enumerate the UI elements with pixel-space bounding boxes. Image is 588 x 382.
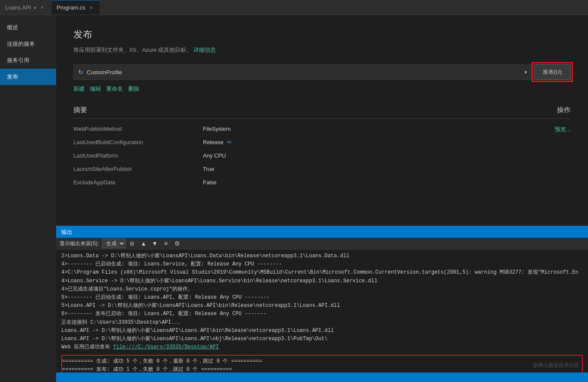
publish-button[interactable]: 发布(U) [534,64,571,80]
detail-link[interactable]: 详细信息 [193,47,216,53]
output-source-select[interactable]: 生成 [102,239,126,248]
prop-key: LaunchSiteAfterPublish [73,162,203,176]
output-line: 2>Loans.Data -> D:\帮别人做的\小紫\LoansAPI\Loa… [61,252,583,260]
prop-key: LastUsedBuildConfiguration [73,136,203,149]
action-delete[interactable]: 删除 [128,85,139,93]
output-file-link[interactable]: file:///C:/Users/33935/Desktop/API [113,344,219,350]
prop-value: True [203,162,546,176]
sidebar-item-overview[interactable]: 概述 [0,19,56,36]
prop-value: Any CPU [203,149,546,162]
tab-loans-api[interactable]: Loans.API ● × [0,0,51,15]
content-area: 发布 将应用部署到文件夹、IIS、Azure 或其他目标。 详细信息 ↻ Cus… [56,15,588,382]
main-layout: 概述 连接的服务 服务引用 发布 发布 将应用部署到文件夹、IIS、Azure … [0,15,588,382]
output-btn-4[interactable]: ≡ [161,239,171,248]
profile-bar: ↻ CustomProfile ▾ 发布(U) [73,64,571,80]
prop-key: LastUsedPlatform [73,149,203,162]
prop-key: WebPublishMethod [73,122,203,136]
properties-table: WebPublishMethodFileSystemLastUsedBuildC… [73,122,546,189]
summary-title: 摘要 [73,106,87,115]
output-btn-3[interactable]: ▼ [150,239,159,248]
output-source-label: 显示输出来源(S): [60,240,99,247]
output-btn-2[interactable]: ▲ [139,239,148,248]
prop-value: Release✏ [203,136,546,149]
prop-value: False [203,176,546,189]
action-new[interactable]: 新建 [73,85,85,93]
output-line: 正在连接到 C:\Users\33935\Desktop\API... [61,319,583,327]
properties-section: WebPublishMethodFileSystemLastUsedBuildC… [73,122,571,189]
top-panel: 发布 将应用部署到文件夹、IIS、Azure 或其他目标。 详细信息 ↻ Cus… [56,15,588,226]
summary-header: 摘要 操作 [73,106,571,119]
output-btn-1[interactable]: ⊘ [127,239,137,248]
action-edit[interactable]: 编辑 [90,85,101,93]
output-content: 2>Loans.Data -> D:\帮别人做的\小紫\LoansAPI\Loa… [56,249,588,373]
dropdown-arrow-icon: ▾ [525,69,527,75]
sidebar: 概述 连接的服务 服务引用 发布 [0,15,56,382]
sidebar-item-connected-services[interactable]: 连接的服务 [0,36,56,52]
page-subtitle: 将应用部署到文件夹、IIS、Azure 或其他目标。 详细信息 [73,46,571,54]
loans-api-tab-close[interactable]: × [39,4,46,11]
status-bar [56,373,588,382]
prop-value: FileSystem [203,122,546,136]
output-line: 5>-------- 已启动生成: 项目: Loans.API, 配置: Rel… [61,294,583,302]
output-summary-line: ========== 生成: 成功 5 个，失败 0 个，最新 0 个，跳过 0… [62,357,582,366]
action-rename[interactable]: 重命名 [106,85,123,93]
loans-api-tab-label: Loans.API [5,4,31,11]
sidebar-item-publish[interactable]: 发布 [0,69,56,85]
profile-selector[interactable]: ↻ CustomProfile ▾ [73,64,532,80]
sidebar-item-service-references[interactable]: 服务引用 [0,52,56,69]
prop-key: ExcludeAppData [73,176,203,189]
output-line: Loans.API -> D:\帮别人做的\小紫\LoansAPI\Loans.… [61,327,583,335]
output-line: 4>已完成生成项目"Loans.Service.csproj"的操作。 [61,285,583,294]
program-cs-tab-close[interactable]: × [88,4,95,11]
output-line: Loans.API -> D:\帮别人做的\小紫\LoansAPI\Loans.… [61,335,583,343]
loans-api-tab-dot: ● [34,5,36,10]
edit-icon[interactable]: ✏ [227,139,232,145]
program-cs-tab-label: Program.cs [57,4,85,11]
output-header: 输出 [56,227,588,238]
output-summary-line: ========== 发布: 成功 1 个，失败 0 个，跳过 0 个 ====… [62,366,582,373]
output-btn-5[interactable]: ⚙ [172,239,182,248]
profile-icon: ↻ [78,69,83,76]
actions-row: 新建 编辑 重命名 删除 [73,85,571,93]
tab-program-cs[interactable]: Program.cs × [51,0,100,15]
watermark: @稀土掘金技术社区 [533,362,579,369]
output-line: 4>Loans.Service -> D:\帮别人做的\小紫\LoansAPI\… [61,277,583,285]
output-line: 4>C:\Program Files (x86)\Microsoft Visua… [61,268,583,277]
operations-title: 操作 [557,106,571,115]
output-line: Web 应用已成功发布 file:///C:/Users/33935/Deskt… [61,343,583,351]
output-toolbar: 显示输出来源(S): 生成 ⊘ ▲ ▼ ≡ ⚙ [56,238,588,249]
page-title: 发布 [73,28,571,41]
tab-bar: Loans.API ● × Program.cs × [0,0,588,15]
output-line: 5>Loans.API -> D:\帮别人做的\小紫\LoansAPI\Loan… [61,302,583,310]
profile-name: CustomProfile [87,69,521,76]
output-line: 4>-------- 已启动生成: 项目: Loans.Service, 配置:… [61,260,583,268]
output-panel: 输出 显示输出来源(S): 生成 ⊘ ▲ ▼ ≡ ⚙ 2>Loans.Data … [56,226,588,373]
output-line: 6>-------- 发布已启动: 项目: Loans.API, 配置: Rel… [61,310,583,318]
preview-link[interactable]: 预览... [555,126,571,133]
